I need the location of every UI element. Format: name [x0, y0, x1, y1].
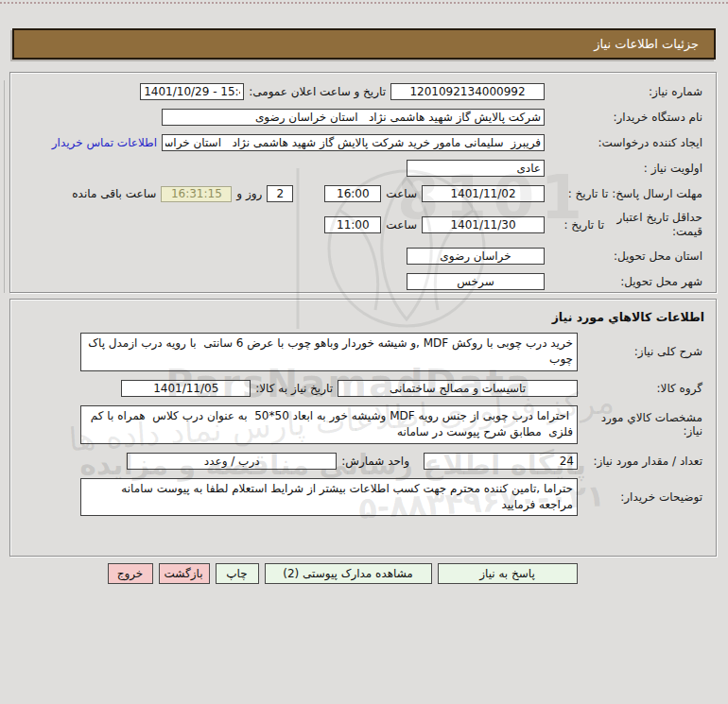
remaining-time-countdown: 16:31:15	[161, 186, 232, 202]
respond-button[interactable]: پاسخ به نیاز	[438, 563, 578, 584]
buyer-org-input[interactable]	[162, 109, 545, 126]
validity-time-input[interactable]	[324, 216, 381, 233]
row-creator: ایجاد کننده درخواست: اطلاعات تماس خریدار	[18, 134, 708, 151]
deadline-time-input[interactable]	[324, 185, 381, 202]
validity-hour-label: ساعت	[386, 218, 417, 232]
deadline-date-input[interactable]	[422, 185, 545, 202]
remaining-days-suffix: روز و	[236, 187, 262, 200]
announce-datetime-label: تاریخ و ساعت اعلان عمومی:	[249, 85, 386, 98]
row-need-number: شماره نیاز: تاریخ و ساعت اعلان عمومی:	[18, 83, 708, 100]
province-input[interactable]	[407, 248, 545, 265]
city-label: شهر محل تحویل:	[549, 275, 708, 288]
items-section-title: اطلاعات کالاهاي مورد نیاز	[18, 310, 704, 324]
row-buyer-org: نام دستگاه خریدار:	[18, 109, 708, 126]
deadline-until-label: تا تاریخ :	[568, 187, 609, 200]
validity-until-label: تا تاریخ :	[563, 218, 604, 232]
priority-label: اولویت نیاز :	[549, 162, 708, 175]
creator-input[interactable]	[162, 134, 545, 151]
group-label: گروه کالا:	[582, 382, 708, 395]
watermark-edge-line	[4, 80, 5, 293]
group-input[interactable]	[338, 380, 578, 397]
row-priority: اولویت نیاز :	[18, 160, 708, 177]
row-specifications: مشخصات کالاي مورد نیاز: احتراما درب چوبی…	[18, 405, 708, 444]
remaining-suffix: ساعت باقی مانده	[72, 187, 156, 200]
need-number-input[interactable]	[390, 83, 545, 100]
deadline-label: مهلت ارسال پاسخ: تا تاریخ :	[549, 187, 708, 200]
view-attachments-button[interactable]: مشاهده مدارک پیوستی (2)	[265, 563, 432, 584]
buyer-contact-link[interactable]: اطلاعات تماس خریدار	[52, 136, 157, 149]
row-general-description: شرح کلی نیاز: خرید درب چوبی با روکش MDF …	[18, 333, 708, 371]
deadline-hour-label: ساعت	[386, 187, 417, 200]
back-button[interactable]: بازگشت	[159, 563, 210, 584]
row-buyer-notes: توضیحات خریدار: حتراما ,تامین کننده محتر…	[18, 478, 708, 517]
announce-datetime-input[interactable]	[140, 83, 244, 100]
remaining-days-box[interactable]	[267, 185, 293, 202]
validity-date-input[interactable]	[422, 216, 545, 233]
print-button[interactable]: چاپ	[216, 563, 259, 584]
buyer-notes-textarea[interactable]: حتراما ,تامین کننده محترم جهت کسب اطلاعا…	[80, 478, 578, 517]
desc-textarea[interactable]: خرید درب چوبی با روکش MDF ,و شیشه خوردار…	[80, 333, 578, 371]
row-quantity: تعداد / مقدار مورد نیاز: واحد شمارش:	[18, 453, 708, 470]
row-delivery-city: شهر محل تحویل:	[18, 273, 708, 290]
need-details-page: جزئیات اطلاعات نیاز شماره نیاز: تاریخ و …	[0, 0, 728, 704]
desc-label: شرح کلی نیاز:	[582, 345, 708, 358]
qty-input[interactable]	[424, 453, 578, 470]
province-label: استان محل تحویل:	[549, 249, 708, 263]
action-button-row: پاسخ به نیاز مشاهده مدارک پیوستی (2) چاپ…	[0, 563, 706, 584]
creator-label: ایجاد کننده درخواست:	[549, 136, 708, 149]
row-response-deadline: مهلت ارسال پاسخ: تا تاریخ : ساعت روز و 1…	[18, 185, 708, 202]
validity-label: حداقل تاریخ اعتبار قیمت: تا تاریخ :	[549, 211, 708, 239]
general-info-panel: شماره نیاز: تاریخ و ساعت اعلان عمومی: نا…	[9, 72, 717, 293]
top-dotted-divider	[0, 2, 728, 4]
priority-input[interactable]	[407, 160, 545, 177]
qty-label: تعداد / مقدار مورد نیاز:	[582, 455, 708, 468]
items-info-panel: اطلاعات کالاهاي مورد نیاز شرح کلی نیاز: …	[9, 299, 717, 557]
buyer-notes-label: توضیحات خریدار:	[582, 490, 708, 504]
specs-textarea[interactable]: احتراما درب چوبی از جنس رویه MDF وشیشه خ…	[80, 405, 578, 444]
page-title: جزئیات اطلاعات نیاز	[12, 28, 716, 60]
city-input[interactable]	[407, 273, 545, 290]
buyer-org-label: نام دستگاه خریدار:	[549, 111, 708, 124]
row-goods-group: گروه کالا: تاریخ نیاز به کالا:	[18, 380, 708, 397]
need-number-label: شماره نیاز:	[549, 85, 708, 98]
specs-label: مشخصات کالاي مورد نیاز:	[582, 411, 708, 438]
row-price-validity: حداقل تاریخ اعتبار قیمت: تا تاریخ : ساعت	[18, 211, 708, 239]
exit-button[interactable]: خروج	[108, 563, 153, 584]
need-date-input[interactable]	[121, 380, 251, 397]
row-delivery-province: استان محل تحویل:	[18, 248, 708, 265]
unit-input[interactable]	[127, 453, 337, 470]
unit-label: واحد شمارش:	[341, 455, 409, 468]
need-date-label: تاریخ نیاز به کالا:	[255, 382, 333, 395]
